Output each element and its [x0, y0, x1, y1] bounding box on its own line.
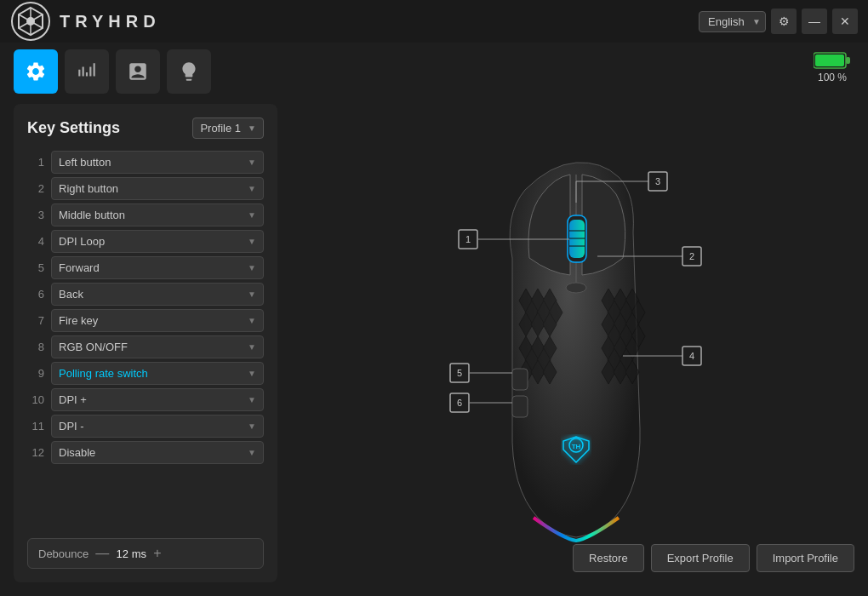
- bottom-buttons: Restore Export Profile Import Profile: [573, 544, 854, 572]
- key-row: 2Right button▼: [27, 177, 264, 200]
- chevron-down-icon: ▼: [248, 210, 256, 220]
- key-dropdown[interactable]: DPI -▼: [51, 415, 264, 438]
- key-label: Disable: [59, 446, 95, 459]
- chevron-down-icon: ▼: [248, 369, 256, 378]
- svg-rect-17: [512, 396, 528, 417]
- key-dropdown[interactable]: Back▼: [51, 283, 264, 306]
- svg-text:2: 2: [689, 251, 694, 261]
- svg-text:5: 5: [457, 368, 462, 378]
- key-label: RGB ON/OFF: [59, 341, 128, 353]
- key-row: 8RGB ON/OFF▼: [27, 335, 264, 358]
- logo-icon: [10, 1, 51, 42]
- key-number: 5: [27, 261, 44, 274]
- close-button[interactable]: ✕: [832, 9, 858, 34]
- svg-rect-7: [846, 57, 850, 64]
- titlebar: TRYHRD English ▼ ⚙ — ✕: [0, 0, 868, 43]
- key-dropdown[interactable]: Fire key▼: [51, 309, 264, 332]
- key-row: 9Polling rate switch▼: [27, 362, 264, 385]
- language-selector-wrapper[interactable]: English ▼: [699, 11, 766, 32]
- key-row: 3Middle button▼: [27, 203, 264, 226]
- key-row: 12Disable▼: [27, 441, 264, 464]
- mouse-diagram: TH 3 1 2 4 5: [393, 130, 751, 556]
- key-label: Left button: [59, 156, 111, 169]
- key-dropdown[interactable]: Right button▼: [51, 177, 264, 200]
- key-row: 1Left button▼: [27, 151, 264, 174]
- settings-button[interactable]: ⚙: [771, 9, 797, 34]
- key-number: 11: [27, 420, 44, 433]
- key-label: Middle button: [59, 209, 125, 221]
- svg-rect-16: [512, 369, 528, 390]
- chevron-down-icon: ▼: [248, 263, 256, 272]
- titlebar-controls: English ▼ ⚙ — ✕: [699, 9, 858, 34]
- key-number: 1: [27, 156, 44, 169]
- key-dropdown[interactable]: RGB ON/OFF▼: [51, 335, 264, 358]
- debounce-plus-button[interactable]: +: [153, 546, 161, 561]
- key-label: Polling rate switch: [59, 367, 148, 380]
- tab-performance[interactable]: [65, 49, 109, 94]
- battery-percent: 100 %: [818, 72, 847, 83]
- profile-selector[interactable]: Profile 1 ▼: [192, 117, 264, 139]
- chevron-down-icon: ▼: [248, 342, 256, 352]
- restore-button[interactable]: Restore: [573, 544, 644, 572]
- svg-text:4: 4: [689, 351, 694, 361]
- key-number: 6: [27, 288, 44, 301]
- left-panel: Key Settings Profile 1 ▼ 1Left button▼2R…: [14, 104, 277, 582]
- key-number: 7: [27, 314, 44, 327]
- key-dropdown[interactable]: DPI Loop▼: [51, 230, 264, 253]
- export-profile-button[interactable]: Export Profile: [651, 544, 750, 572]
- svg-text:TH: TH: [572, 443, 581, 450]
- key-number: 4: [27, 235, 44, 248]
- key-dropdown[interactable]: Left button▼: [51, 151, 264, 174]
- key-dropdown[interactable]: Disable▼: [51, 441, 264, 464]
- key-label: DPI Loop: [59, 235, 105, 248]
- key-number: 12: [27, 446, 44, 459]
- logo-text: TRYHRD: [60, 12, 161, 32]
- key-label: Fire key: [59, 314, 98, 327]
- chevron-down-icon: ▼: [248, 448, 256, 457]
- chevron-down-icon: ▼: [248, 395, 256, 404]
- key-dropdown[interactable]: DPI +▼: [51, 388, 264, 411]
- svg-point-5: [26, 17, 35, 26]
- key-dropdown[interactable]: Polling rate switch▼: [51, 362, 264, 385]
- key-row: 10DPI +▼: [27, 388, 264, 411]
- key-dropdown[interactable]: Forward▼: [51, 256, 264, 279]
- key-dropdown[interactable]: Middle button▼: [51, 203, 264, 226]
- logo-area: TRYHRD: [10, 1, 161, 42]
- chevron-down-icon: ▼: [248, 158, 256, 167]
- key-number: 9: [27, 367, 44, 380]
- mouse-svg: TH 3 1 2 4 5: [393, 130, 751, 573]
- tab-lighting[interactable]: [167, 49, 211, 94]
- debounce-minus-button[interactable]: —: [95, 546, 109, 561]
- svg-point-15: [566, 283, 586, 293]
- chevron-down-icon: ▼: [248, 237, 256, 246]
- tab-macro[interactable]: [116, 49, 160, 94]
- battery-area: 100 %: [814, 51, 851, 83]
- key-label: Forward: [59, 261, 100, 274]
- debounce-control: Debounce — 12 ms +: [27, 538, 264, 569]
- key-list: 1Left button▼2Right button▼3Middle butto…: [27, 151, 264, 464]
- key-label: DPI +: [59, 393, 87, 406]
- key-number: 2: [27, 182, 44, 195]
- svg-text:1: 1: [465, 234, 471, 244]
- profile-name: Profile 1: [200, 122, 241, 135]
- key-number: 10: [27, 393, 44, 406]
- language-dropdown[interactable]: English: [699, 11, 766, 32]
- debounce-value: 12 ms: [116, 547, 146, 560]
- chevron-down-icon: ▼: [248, 123, 256, 133]
- key-row: 7Fire key▼: [27, 309, 264, 332]
- key-row: 5Forward▼: [27, 256, 264, 279]
- chevron-down-icon: ▼: [248, 289, 256, 299]
- debounce-label: Debounce: [38, 547, 89, 560]
- import-profile-button[interactable]: Import Profile: [757, 544, 854, 572]
- key-row: 11DPI -▼: [27, 415, 264, 438]
- tab-key-settings[interactable]: [14, 49, 58, 94]
- svg-text:3: 3: [655, 176, 660, 186]
- minimize-button[interactable]: —: [802, 9, 827, 34]
- key-number: 3: [27, 209, 44, 221]
- key-number: 8: [27, 341, 44, 353]
- chevron-down-icon: ▼: [248, 316, 256, 325]
- svg-rect-8: [815, 54, 844, 66]
- svg-text:6: 6: [457, 398, 462, 408]
- key-label: Right button: [59, 182, 118, 195]
- key-row: 6Back▼: [27, 283, 264, 306]
